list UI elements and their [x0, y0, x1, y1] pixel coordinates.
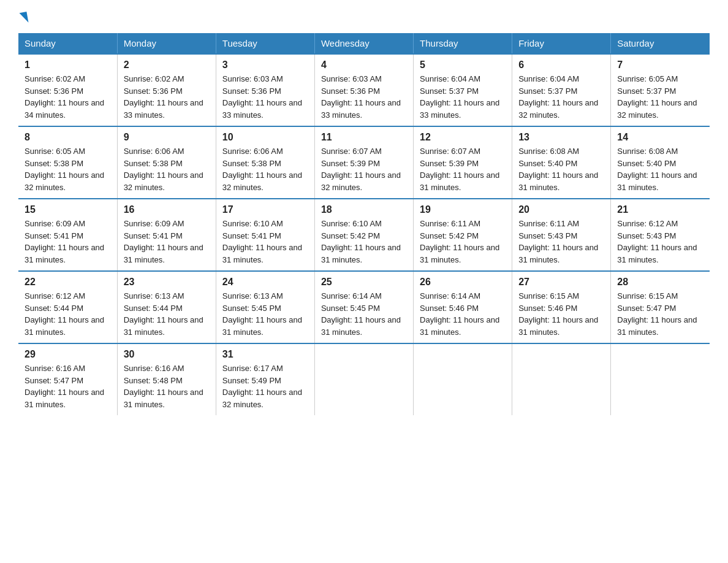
- day-number: 4: [321, 59, 407, 71]
- day-number: 16: [124, 204, 210, 215]
- day-cell: 4 Sunrise: 6:03 AMSunset: 5:36 PMDayligh…: [314, 54, 413, 126]
- day-cell: 18 Sunrise: 6:10 AMSunset: 5:42 PMDaylig…: [314, 199, 413, 271]
- day-info: Sunrise: 6:05 AMSunset: 5:37 PMDaylight:…: [617, 74, 697, 120]
- day-number: 9: [124, 132, 210, 143]
- day-cell: 12 Sunrise: 6:07 AMSunset: 5:39 PMDaylig…: [414, 126, 512, 199]
- day-cell: 6 Sunrise: 6:04 AMSunset: 5:37 PMDayligh…: [512, 54, 611, 126]
- day-number: 3: [222, 59, 308, 71]
- day-cell: 19 Sunrise: 6:11 AMSunset: 5:42 PMDaylig…: [414, 199, 512, 271]
- day-number: 25: [321, 277, 407, 288]
- day-cell: 3 Sunrise: 6:03 AMSunset: 5:36 PMDayligh…: [216, 54, 314, 126]
- day-number: 13: [518, 132, 604, 143]
- day-cell: 25 Sunrise: 6:14 AMSunset: 5:45 PMDaylig…: [314, 271, 413, 343]
- day-cell: 16 Sunrise: 6:09 AMSunset: 5:41 PMDaylig…: [117, 199, 216, 271]
- day-number: 2: [124, 59, 210, 71]
- day-cell: [611, 343, 710, 415]
- day-info: Sunrise: 6:15 AMSunset: 5:47 PMDaylight:…: [617, 291, 697, 337]
- day-number: 8: [25, 132, 111, 143]
- day-number: 28: [617, 277, 703, 288]
- day-info: Sunrise: 6:04 AMSunset: 5:37 PMDaylight:…: [518, 74, 598, 120]
- day-info: Sunrise: 6:08 AMSunset: 5:40 PMDaylight:…: [518, 147, 598, 192]
- day-cell: 10 Sunrise: 6:06 AMSunset: 5:38 PMDaylig…: [216, 126, 314, 199]
- day-info: Sunrise: 6:06 AMSunset: 5:38 PMDaylight:…: [124, 147, 203, 192]
- day-info: Sunrise: 6:11 AMSunset: 5:43 PMDaylight:…: [518, 219, 598, 264]
- week-row-4: 22 Sunrise: 6:12 AMSunset: 5:44 PMDaylig…: [18, 271, 710, 343]
- day-info: Sunrise: 6:03 AMSunset: 5:36 PMDaylight:…: [321, 74, 401, 120]
- day-number: 29: [25, 349, 111, 360]
- day-info: Sunrise: 6:14 AMSunset: 5:45 PMDaylight:…: [321, 291, 401, 337]
- day-number: 7: [617, 59, 703, 71]
- day-number: 31: [222, 349, 308, 360]
- day-cell: 26 Sunrise: 6:14 AMSunset: 5:46 PMDaylig…: [414, 271, 512, 343]
- day-number: 20: [518, 204, 604, 215]
- day-cell: [314, 343, 413, 415]
- day-cell: 5 Sunrise: 6:04 AMSunset: 5:37 PMDayligh…: [414, 54, 512, 126]
- day-number: 30: [124, 349, 210, 360]
- day-info: Sunrise: 6:15 AMSunset: 5:46 PMDaylight:…: [518, 291, 598, 337]
- day-cell: 20 Sunrise: 6:11 AMSunset: 5:43 PMDaylig…: [512, 199, 611, 271]
- day-number: 5: [420, 59, 506, 71]
- day-cell: 29 Sunrise: 6:16 AMSunset: 5:47 PMDaylig…: [18, 343, 117, 415]
- day-cell: 7 Sunrise: 6:05 AMSunset: 5:37 PMDayligh…: [611, 54, 710, 126]
- day-info: Sunrise: 6:02 AMSunset: 5:36 PMDaylight:…: [124, 74, 203, 120]
- logo-triangle-icon: [20, 12, 29, 24]
- day-number: 22: [25, 277, 111, 288]
- day-info: Sunrise: 6:02 AMSunset: 5:36 PMDaylight:…: [25, 74, 104, 120]
- day-number: 21: [617, 204, 703, 215]
- day-info: Sunrise: 6:09 AMSunset: 5:41 PMDaylight:…: [124, 219, 203, 264]
- day-number: 15: [25, 204, 111, 215]
- day-info: Sunrise: 6:09 AMSunset: 5:41 PMDaylight:…: [25, 219, 104, 264]
- day-cell: 1 Sunrise: 6:02 AMSunset: 5:36 PMDayligh…: [18, 54, 117, 126]
- day-cell: 28 Sunrise: 6:15 AMSunset: 5:47 PMDaylig…: [611, 271, 710, 343]
- day-cell: 11 Sunrise: 6:07 AMSunset: 5:39 PMDaylig…: [314, 126, 413, 199]
- day-cell: 15 Sunrise: 6:09 AMSunset: 5:41 PMDaylig…: [18, 199, 117, 271]
- header-friday: Friday: [512, 33, 611, 54]
- day-cell: 9 Sunrise: 6:06 AMSunset: 5:38 PMDayligh…: [117, 126, 216, 199]
- header-saturday: Saturday: [611, 33, 710, 54]
- day-info: Sunrise: 6:16 AMSunset: 5:47 PMDaylight:…: [25, 364, 104, 409]
- day-cell: 21 Sunrise: 6:12 AMSunset: 5:43 PMDaylig…: [611, 199, 710, 271]
- day-info: Sunrise: 6:14 AMSunset: 5:46 PMDaylight:…: [420, 291, 499, 337]
- day-number: 27: [518, 277, 604, 288]
- week-row-3: 15 Sunrise: 6:09 AMSunset: 5:41 PMDaylig…: [18, 199, 710, 271]
- calendar-header-row: SundayMondayTuesdayWednesdayThursdayFrid…: [18, 33, 710, 54]
- day-cell: [512, 343, 611, 415]
- day-info: Sunrise: 6:10 AMSunset: 5:42 PMDaylight:…: [321, 219, 401, 264]
- day-number: 12: [420, 132, 506, 143]
- week-row-1: 1 Sunrise: 6:02 AMSunset: 5:36 PMDayligh…: [18, 54, 710, 126]
- day-number: 24: [222, 277, 308, 288]
- day-info: Sunrise: 6:07 AMSunset: 5:39 PMDaylight:…: [420, 147, 499, 192]
- header-monday: Monday: [117, 33, 216, 54]
- header-sunday: Sunday: [18, 33, 117, 54]
- day-info: Sunrise: 6:07 AMSunset: 5:39 PMDaylight:…: [321, 147, 401, 192]
- day-number: 18: [321, 204, 407, 215]
- day-cell: 23 Sunrise: 6:13 AMSunset: 5:44 PMDaylig…: [117, 271, 216, 343]
- day-info: Sunrise: 6:11 AMSunset: 5:42 PMDaylight:…: [420, 219, 499, 264]
- header-thursday: Thursday: [414, 33, 512, 54]
- day-number: 14: [617, 132, 703, 143]
- day-info: Sunrise: 6:10 AMSunset: 5:41 PMDaylight:…: [222, 219, 302, 264]
- header-wednesday: Wednesday: [314, 33, 413, 54]
- day-info: Sunrise: 6:13 AMSunset: 5:45 PMDaylight:…: [222, 291, 302, 337]
- day-cell: 24 Sunrise: 6:13 AMSunset: 5:45 PMDaylig…: [216, 271, 314, 343]
- day-info: Sunrise: 6:04 AMSunset: 5:37 PMDaylight:…: [420, 74, 499, 120]
- calendar-table: SundayMondayTuesdayWednesdayThursdayFrid…: [18, 33, 710, 415]
- day-info: Sunrise: 6:16 AMSunset: 5:48 PMDaylight:…: [124, 364, 203, 409]
- day-cell: 8 Sunrise: 6:05 AMSunset: 5:38 PMDayligh…: [18, 126, 117, 199]
- day-cell: 27 Sunrise: 6:15 AMSunset: 5:46 PMDaylig…: [512, 271, 611, 343]
- day-info: Sunrise: 6:12 AMSunset: 5:43 PMDaylight:…: [617, 219, 697, 264]
- week-row-5: 29 Sunrise: 6:16 AMSunset: 5:47 PMDaylig…: [18, 343, 710, 415]
- logo: [18, 12, 28, 23]
- day-number: 26: [420, 277, 506, 288]
- day-info: Sunrise: 6:06 AMSunset: 5:38 PMDaylight:…: [222, 147, 302, 192]
- day-cell: 13 Sunrise: 6:08 AMSunset: 5:40 PMDaylig…: [512, 126, 611, 199]
- header-tuesday: Tuesday: [216, 33, 314, 54]
- day-cell: 31 Sunrise: 6:17 AMSunset: 5:49 PMDaylig…: [216, 343, 314, 415]
- day-number: 10: [222, 132, 308, 143]
- week-row-2: 8 Sunrise: 6:05 AMSunset: 5:38 PMDayligh…: [18, 126, 710, 199]
- day-cell: 30 Sunrise: 6:16 AMSunset: 5:48 PMDaylig…: [117, 343, 216, 415]
- logo-blue-text: [18, 12, 28, 23]
- day-info: Sunrise: 6:12 AMSunset: 5:44 PMDaylight:…: [25, 291, 104, 337]
- day-cell: 2 Sunrise: 6:02 AMSunset: 5:36 PMDayligh…: [117, 54, 216, 126]
- day-cell: 22 Sunrise: 6:12 AMSunset: 5:44 PMDaylig…: [18, 271, 117, 343]
